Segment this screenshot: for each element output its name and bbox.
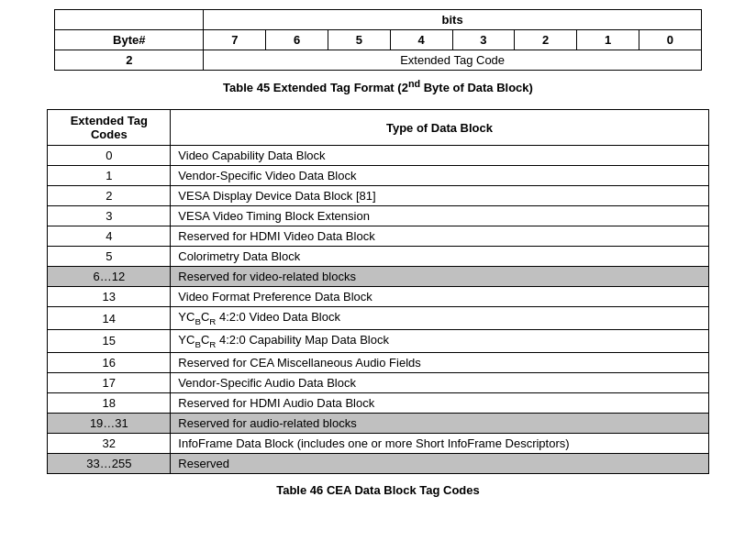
code-cell: 5 <box>48 247 171 267</box>
description-cell: Reserved for HDMI Video Data Block <box>171 226 708 247</box>
code-cell: 3 <box>48 206 171 226</box>
data-table: Extended TagCodes Type of Data Block 0Vi… <box>47 109 708 473</box>
table-row: 18Reserved for HDMI Audio Data Block <box>48 392 708 413</box>
data-table-wrapper: Extended TagCodes Type of Data Block 0Vi… <box>18 109 738 473</box>
code-cell: 19…31 <box>48 413 171 433</box>
table-row: 5Colorimetry Data Block <box>48 247 708 267</box>
table45-title: Table 45 Extended Tag Format (2nd Byte o… <box>18 78 738 94</box>
description-cell: VESA Display Device Data Block [81] <box>171 186 708 206</box>
code-cell: 17 <box>48 372 171 392</box>
bit4-header: 4 <box>390 30 452 50</box>
bit0-header: 0 <box>639 30 701 50</box>
description-cell: Vendor-Specific Audio Data Block <box>171 372 708 392</box>
table-row: 3VESA Video Timing Block Extension <box>48 206 708 226</box>
code-cell: 4 <box>48 226 171 247</box>
byte-2-label: 2 <box>55 50 204 71</box>
code-cell: 2 <box>48 186 171 206</box>
format-table-wrapper: bits Byte# 7 6 5 4 3 2 1 0 2 Extended Ta… <box>18 9 738 71</box>
table-row: 1Vendor-Specific Video Data Block <box>48 166 708 186</box>
description-cell: Video Format Preference Data Block <box>171 287 708 307</box>
bytehash-header: Byte# <box>55 30 204 50</box>
code-cell: 1 <box>48 166 171 186</box>
byte-header <box>55 10 204 30</box>
description-cell: InfoFrame Data Block (includes one or mo… <box>171 433 708 453</box>
description-cell: Reserved for video-related blocks <box>171 267 708 287</box>
table-row: 17Vendor-Specific Audio Data Block <box>48 372 708 392</box>
description-cell: Reserved for audio-related blocks <box>171 413 708 433</box>
code-cell: 33…255 <box>48 453 171 473</box>
description-cell: YCBCR 4:2:0 Capability Map Data Block <box>171 329 708 352</box>
extended-tag-code-cell: Extended Tag Code <box>204 50 701 71</box>
bit6-header: 6 <box>266 30 328 50</box>
description-cell: Vendor-Specific Video Data Block <box>171 166 708 186</box>
description-cell: Reserved for HDMI Audio Data Block <box>171 392 708 413</box>
bit1-header: 1 <box>577 30 639 50</box>
table-row: 0Video Capability Data Block <box>48 146 708 166</box>
table46-title: Table 46 CEA Data Block Tag Codes <box>18 483 738 497</box>
bit7-header: 7 <box>204 30 266 50</box>
code-cell: 32 <box>48 433 171 453</box>
description-cell: Colorimetry Data Block <box>171 247 708 267</box>
col-header-codes: Extended TagCodes <box>48 110 171 146</box>
table-row: 15YCBCR 4:2:0 Capability Map Data Block <box>48 329 708 352</box>
table-row: 2VESA Display Device Data Block [81] <box>48 186 708 206</box>
table-row: 32InfoFrame Data Block (includes one or … <box>48 433 708 453</box>
bit3-header: 3 <box>452 30 515 50</box>
table-row: 19…31Reserved for audio-related blocks <box>48 413 708 433</box>
table-row: 13Video Format Preference Data Block <box>48 287 708 307</box>
code-cell: 14 <box>48 307 171 330</box>
table-row: 16Reserved for CEA Miscellaneous Audio F… <box>48 352 708 372</box>
code-cell: 15 <box>48 329 171 352</box>
table-row: 14YCBCR 4:2:0 Video Data Block <box>48 307 708 330</box>
description-cell: Reserved for CEA Miscellaneous Audio Fie… <box>171 352 708 372</box>
bits-header: bits <box>204 10 701 30</box>
code-cell: 6…12 <box>48 267 171 287</box>
table-row: 4Reserved for HDMI Video Data Block <box>48 226 708 247</box>
code-cell: 13 <box>48 287 171 307</box>
bit2-header: 2 <box>515 30 577 50</box>
description-cell: Video Capability Data Block <box>171 146 708 166</box>
description-cell: YCBCR 4:2:0 Video Data Block <box>171 307 708 330</box>
code-cell: 0 <box>48 146 171 166</box>
table-row: 33…255Reserved <box>48 453 708 473</box>
format-table: bits Byte# 7 6 5 4 3 2 1 0 2 Extended Ta… <box>54 9 702 71</box>
code-cell: 16 <box>48 352 171 372</box>
description-cell: Reserved <box>171 453 708 473</box>
table-row: 6…12Reserved for video-related blocks <box>48 267 708 287</box>
description-cell: VESA Video Timing Block Extension <box>171 206 708 226</box>
col-header-type: Type of Data Block <box>171 110 708 146</box>
code-cell: 18 <box>48 392 171 413</box>
bit5-header: 5 <box>328 30 391 50</box>
